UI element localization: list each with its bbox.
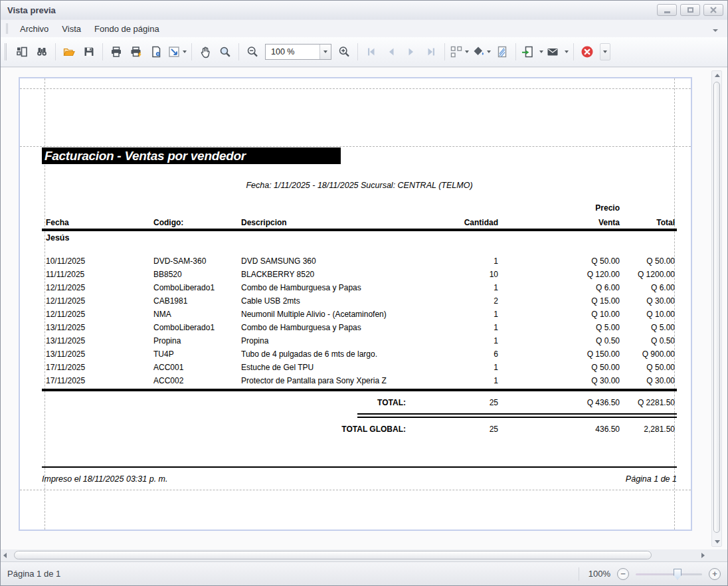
menu-bar: Archivo Vista Fondo de página [1, 20, 727, 37]
cell-descripcion: Cable USB 2mts [241, 294, 414, 308]
close-icon [710, 7, 717, 13]
status-page-info: Página 1 de 1 [7, 569, 60, 579]
chevron-down-icon [465, 50, 469, 53]
toolbar-grip[interactable] [5, 43, 7, 60]
total-total: Q 2281.50 [620, 396, 677, 409]
minimize-button[interactable] [657, 4, 677, 16]
cell-fecha: 17/11/2025 [42, 361, 153, 374]
cell-precio: Q 50.00 [498, 361, 620, 374]
page-color-button[interactable] [470, 42, 492, 62]
zoom-in-button[interactable] [334, 42, 354, 62]
cell-fecha: 17/11/2025 [42, 374, 153, 387]
toolbar-separator [573, 43, 574, 60]
body-bottom-rule [42, 389, 677, 391]
scroll-right-icon[interactable] [701, 553, 705, 558]
cell-precio: Q 15.00 [498, 294, 620, 308]
save-button[interactable] [79, 42, 99, 62]
thumbnails-button[interactable] [12, 42, 32, 62]
scroll-down-icon[interactable] [715, 540, 720, 543]
vertical-scrollbar[interactable] [711, 70, 722, 547]
table-body: 10/11/2025 DVD-SAM-360 DVD SAMSUNG 360 1… [42, 254, 677, 387]
zoom-combo[interactable]: 100 % [265, 44, 331, 60]
toolbar: 100 % [1, 37, 727, 67]
first-page-button[interactable] [361, 42, 381, 62]
horizontal-scroll-track[interactable] [11, 551, 697, 559]
print-icon [110, 45, 123, 58]
watermark-button[interactable] [492, 42, 512, 62]
cell-descripcion: Combo de Hamburguesa y Papas [241, 281, 414, 294]
total-precio: Q 436.50 [498, 396, 620, 409]
column-header-venta: Venta [498, 216, 620, 229]
zoom-decrease-button[interactable]: − [617, 568, 629, 580]
quick-print-button[interactable] [126, 42, 146, 62]
cell-codigo: Propina [153, 334, 241, 347]
page-number-text: Página 1 de 1 [626, 474, 677, 484]
cell-cantidad: 1 [414, 308, 498, 321]
next-page-button[interactable] [401, 42, 421, 62]
zoom-combo-dropdown[interactable] [319, 45, 331, 59]
zoom-in-icon [337, 45, 351, 58]
horizontal-scroll-thumb[interactable] [14, 551, 652, 559]
close-preview-button[interactable] [577, 42, 597, 62]
cell-fecha: 13/11/2025 [42, 321, 153, 334]
multiple-pages-button[interactable] [448, 42, 470, 62]
scroll-left-icon[interactable] [3, 553, 7, 558]
zoom-increase-button[interactable]: + [709, 568, 721, 580]
menu-fondo-de-pagina[interactable]: Fondo de página [88, 21, 166, 37]
magnifier-tool-button[interactable] [215, 42, 235, 62]
cell-codigo: ComboLiberado1 [153, 321, 241, 334]
menu-archivo[interactable]: Archivo [13, 21, 55, 37]
vertical-scroll-thumb[interactable] [713, 82, 720, 533]
cell-descripcion: Tubo de 4 pulgadas de 6 mts de largo. [241, 347, 414, 361]
cell-cantidad: 1 [414, 254, 498, 268]
last-page-icon [424, 45, 438, 58]
toolbar-separator [357, 43, 358, 60]
maximize-button[interactable] [680, 4, 700, 16]
table-row: 17/11/2025 ACC002 Protector de Pantalla … [42, 374, 677, 387]
zoom-slider[interactable] [636, 568, 702, 580]
horizontal-scrollbar-row [1, 549, 727, 561]
grand-total-label: TOTAL GLOBAL: [42, 423, 414, 436]
export-icon [521, 45, 534, 58]
zoom-slider-track[interactable] [636, 573, 702, 575]
table-row: 12/11/2025 CAB1981 Cable USB 2mts 2 Q 15… [42, 294, 677, 308]
toolbar-overflow-button[interactable] [600, 43, 610, 60]
grand-total-double-rule [357, 413, 677, 418]
export-button[interactable] [519, 42, 545, 62]
menu-grip[interactable] [6, 23, 8, 34]
toolbar-separator [444, 43, 445, 60]
table-row: 10/11/2025 DVD-SAM-360 DVD SAMSUNG 360 1… [42, 254, 677, 268]
scale-button[interactable] [166, 42, 188, 62]
print-button[interactable] [106, 42, 126, 62]
zoom-out-button[interactable] [242, 42, 262, 62]
open-button[interactable] [59, 42, 79, 62]
cell-cantidad: 6 [414, 347, 498, 361]
multiple-pages-icon [450, 45, 463, 58]
cell-descripcion: Neumonil Multiple Alivio - (Acetaminofen… [241, 308, 414, 321]
footer-rule [42, 466, 677, 468]
send-email-button[interactable] [545, 42, 570, 62]
cell-codigo: BB8520 [153, 268, 241, 281]
menu-overflow-button[interactable] [713, 23, 718, 35]
zoom-slider-thumb[interactable] [674, 569, 682, 580]
page-setup-button[interactable] [146, 42, 166, 62]
group-header-vendedor: Jesús [46, 233, 69, 243]
table-row: 13/11/2025 Propina Propina 1 Q 0.50 Q 0.… [42, 334, 677, 347]
cell-total: Q 10.00 [620, 308, 677, 321]
cell-fecha: 12/11/2025 [42, 294, 153, 308]
search-button[interactable] [32, 42, 52, 62]
previous-page-button[interactable] [381, 42, 401, 62]
title-bar: Vista previa [1, 1, 727, 20]
menu-vista[interactable]: Vista [55, 21, 88, 37]
cell-codigo: ACC001 [153, 361, 241, 374]
last-page-button[interactable] [421, 42, 441, 62]
cell-codigo: CAB1981 [153, 294, 241, 308]
scroll-up-icon[interactable] [715, 74, 720, 77]
close-window-button[interactable] [703, 4, 723, 16]
hand-tool-button[interactable] [195, 42, 215, 62]
preview-area: Facturacion - Ventas por vendedor Fecha:… [1, 67, 727, 549]
horizontal-scrollbar[interactable] [2, 550, 706, 560]
quick-print-icon [130, 45, 143, 58]
toolbar-separator [515, 43, 516, 60]
cell-codigo: ACC002 [153, 374, 241, 387]
